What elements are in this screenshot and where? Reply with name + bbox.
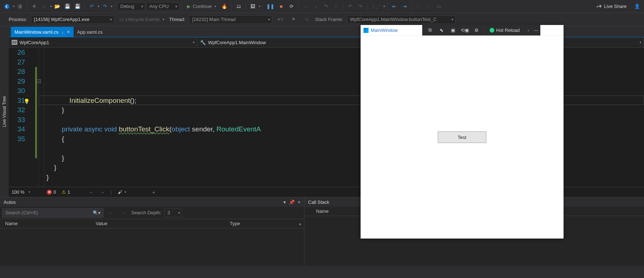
search-depth-label: Search Depth: xyxy=(131,210,161,215)
wpf-app-window[interactable]: ⧉ ⬉ ▣ ⟲▣ ⚙ Hot Reload ‹ — MainWindow Tes… xyxy=(361,25,564,239)
minimize-icon[interactable]: — xyxy=(533,28,538,33)
flag-icon[interactable]: ∿ xyxy=(302,15,311,24)
live-share-icon xyxy=(596,4,602,9)
warning-icon: ⚠ xyxy=(62,189,66,195)
show-next-statement-button[interactable]: → xyxy=(301,2,310,11)
visual-tree-icon[interactable]: ⧉ xyxy=(424,25,435,35)
nav-next-button[interactable]: → xyxy=(100,189,105,195)
chevron-down-icon[interactable]: ▾ xyxy=(259,5,260,8)
redo-button[interactable]: ↷ xyxy=(100,2,109,11)
undo-history-icon[interactable]: ↶ xyxy=(345,2,355,11)
bookmark-icon[interactable]: ▭ xyxy=(434,2,444,11)
wpf-app-icon xyxy=(363,28,369,33)
chart-icon[interactable]: ⋮⋰ xyxy=(370,2,382,11)
config-dropdown[interactable]: Debug xyxy=(117,2,145,11)
indent-less-icon[interactable]: ⇤ xyxy=(390,2,399,11)
undo-button[interactable]: ↶ xyxy=(87,2,96,11)
step-out-button[interactable]: ↑ xyxy=(331,2,341,11)
close-icon[interactable]: × xyxy=(67,29,70,35)
screenshot-icon[interactable]: 🖼 xyxy=(248,2,257,11)
process-label: Process: xyxy=(9,17,27,22)
step-into-button[interactable]: ↓ xyxy=(311,2,320,11)
hot-reload-indicator[interactable]: Hot Reload xyxy=(487,28,523,33)
wpf-test-button[interactable]: Test xyxy=(438,131,486,143)
hot-reload-icon[interactable]: 🔥 xyxy=(220,2,229,11)
main-toolbar: ▾ ✚ ⌂ ▾ 📂 💾 💾 ↶▾ ↷▾ Debug Any CPU ▶Conti… xyxy=(0,0,644,13)
error-icon: ✕ xyxy=(47,190,52,195)
live-share-button[interactable]: Live Share xyxy=(593,4,630,9)
search-prev-button[interactable]: ← xyxy=(107,208,116,218)
cleanup-icon[interactable]: 🖌▾ xyxy=(118,190,126,195)
col-name[interactable]: Name xyxy=(0,221,91,226)
autos-title: Autos xyxy=(4,199,16,205)
warnings-count[interactable]: ⚠1 xyxy=(62,189,70,195)
hot-reload-dot-icon xyxy=(490,28,494,33)
save-all-button[interactable]: 💾 xyxy=(73,2,82,11)
chevron-down-icon[interactable]: ▾ xyxy=(383,5,385,8)
live-visual-tree-tab[interactable]: Live Visual Tree xyxy=(0,26,9,197)
stackframe-dropdown[interactable]: WpfCoreApp1.MainWindow.buttonTest_C xyxy=(347,15,456,24)
col-type[interactable]: Type xyxy=(225,221,294,226)
indent-more-icon[interactable]: ⇥ xyxy=(400,2,409,11)
chevron-left-icon[interactable]: ‹ xyxy=(528,28,529,33)
process-dropdown[interactable]: [14156] WpfCoreApp1.exe xyxy=(31,15,114,24)
continue-button[interactable]: ▶Continue▾ xyxy=(184,2,219,11)
stackframe-label: Stack Frame: xyxy=(315,17,343,22)
stop-button[interactable]: ■ xyxy=(277,2,286,11)
thread-label: Thread: xyxy=(169,17,186,22)
chevron-down-icon[interactable]: ▾ xyxy=(50,5,52,8)
tab-mainwindow[interactable]: MainWindow.xaml.cs ⟂ × xyxy=(11,27,74,37)
platform-dropdown[interactable]: Any CPU xyxy=(146,2,179,11)
restart-button[interactable]: ⟳ xyxy=(287,2,296,11)
select-element-icon[interactable]: ⬉ xyxy=(436,25,447,35)
col-name[interactable]: Name xyxy=(311,208,334,214)
scroll-up-icon[interactable]: ▴ xyxy=(294,221,304,226)
nav-prev-button[interactable]: ← xyxy=(89,189,94,195)
lifecycle-events-button[interactable]: ▭ Lifecycle Events ▾ xyxy=(118,15,166,24)
nav-back-button[interactable] xyxy=(2,2,12,11)
step-over-button[interactable]: ↷ xyxy=(321,2,331,11)
user-icon[interactable]: 👤 xyxy=(632,2,642,11)
pin-icon[interactable]: ⟂ xyxy=(61,30,64,34)
lightbulb-icon[interactable]: 💡 xyxy=(24,97,30,106)
search-depth-dropdown[interactable]: 3 xyxy=(164,208,182,217)
class-icon: 🔧 xyxy=(200,40,206,45)
autos-columns: Name Value Type ▴ xyxy=(0,219,304,228)
home-button[interactable]: ⌂ xyxy=(40,2,49,11)
zoom-dropdown[interactable]: 100 % ▾ xyxy=(12,190,30,195)
comment-icon[interactable]: ⸬ xyxy=(414,2,423,11)
pause-button[interactable]: ❚❚ xyxy=(265,2,276,11)
debug-context-bar: Process: [14156] WpfCoreApp1.exe ▭ Lifec… xyxy=(0,13,644,26)
svg-point-0 xyxy=(4,4,9,9)
project-dropdown[interactable]: C# WpfCoreApp1 xyxy=(9,37,197,47)
thread-dropdown[interactable]: [16232] Main Thread xyxy=(189,15,272,24)
panel-dropdown-icon[interactable]: ▾ xyxy=(283,199,286,205)
chevron-down-icon[interactable]: ▾ xyxy=(98,5,99,8)
col-value[interactable]: Value xyxy=(91,221,225,226)
pin-icon[interactable]: 📌 xyxy=(289,199,295,205)
chevron-down-icon[interactable]: ▾ xyxy=(111,5,112,8)
open-file-button[interactable]: 📂 xyxy=(53,2,62,11)
csharp-project-icon: C# xyxy=(12,40,17,45)
margin-gutter: − 💡 xyxy=(29,48,39,187)
autos-panel: Autos ▾ 📌 × Search (Ctrl+E) 🔍▾ ← → Searc… xyxy=(0,197,304,266)
track-focused-icon[interactable]: ⟲▣ xyxy=(459,25,470,35)
nav-forward-button[interactable] xyxy=(15,2,25,11)
new-item-button[interactable]: ✚ xyxy=(29,2,39,11)
callstack-title: Call Stack xyxy=(308,199,329,205)
threads-icon[interactable]: ⚑ xyxy=(289,15,298,24)
browse-button[interactable]: 🗂 xyxy=(234,2,243,11)
tab-appxaml[interactable]: App.xaml.cs xyxy=(74,27,107,37)
close-icon[interactable]: × xyxy=(298,199,300,205)
save-button[interactable]: 💾 xyxy=(63,2,72,11)
errors-count[interactable]: ✕0 xyxy=(47,190,56,195)
search-icon[interactable]: 🔍▾ xyxy=(93,210,100,215)
filter-icon[interactable]: ▾Y xyxy=(276,15,285,24)
autos-search-input[interactable]: Search (Ctrl+E) 🔍▾ xyxy=(2,208,104,218)
layout-adorners-icon[interactable]: ▣ xyxy=(448,25,458,35)
search-next-button[interactable]: → xyxy=(119,208,128,218)
chevron-down-icon[interactable]: ▾ xyxy=(13,5,14,8)
uncomment-icon[interactable]: ⸬ xyxy=(424,2,433,11)
redo-history-icon[interactable]: ↷ xyxy=(356,2,365,11)
settings-icon[interactable]: ⚙ xyxy=(471,25,482,35)
